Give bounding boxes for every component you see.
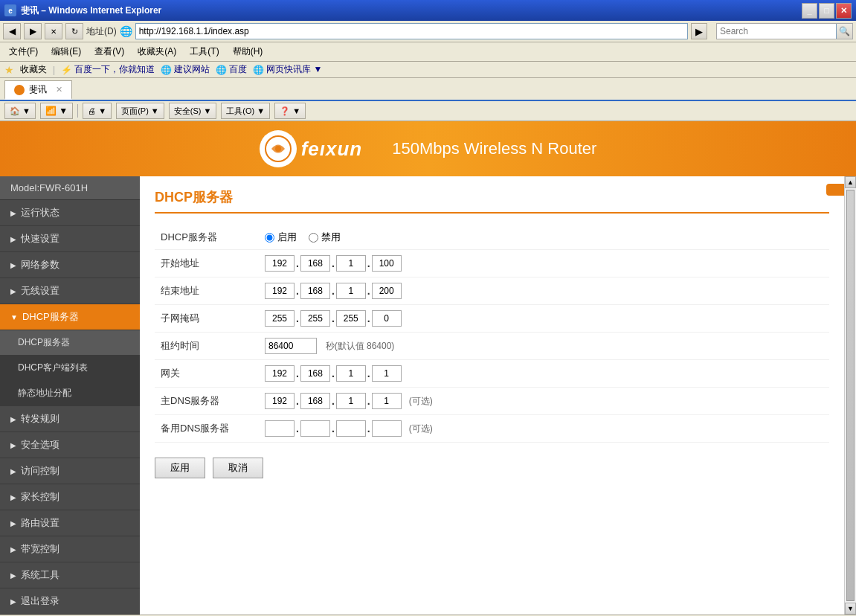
menu-edit[interactable]: 编辑(E) bbox=[45, 44, 87, 60]
fav-baidu2[interactable]: 🌐百度 bbox=[216, 63, 247, 76]
dot3: . bbox=[367, 395, 370, 407]
end-ip-4[interactable] bbox=[372, 283, 402, 299]
menu-tools[interactable]: 工具(T) bbox=[184, 44, 225, 60]
sidebar-item-parental[interactable]: ▶ 家长控制 bbox=[0, 484, 140, 510]
toolbar-left: 🏠 ▼ 📶 ▼ 🖨 ▼ 页面(P) ▼ 安全(S) ▼ 工具(O) ▼ ❓ ▼ bbox=[4, 103, 306, 119]
side-tab[interactable]: 工具箱 bbox=[826, 184, 844, 196]
sidebar-subitem-dhcp-clients[interactable]: DHCP客户端列表 bbox=[0, 356, 140, 381]
disable-label: 禁用 bbox=[321, 231, 341, 244]
router-page: feıxun 150Mbps Wireless N Router Model:F… bbox=[0, 121, 856, 615]
print-button[interactable]: 🖨 ▼ bbox=[83, 103, 112, 119]
fav-baidu1[interactable]: ⚡百度一下，你就知道 bbox=[61, 63, 155, 76]
end-ip-2[interactable] bbox=[300, 283, 330, 299]
radio-enable[interactable]: 启用 bbox=[265, 231, 297, 244]
apply-button[interactable]: 应用 bbox=[155, 458, 205, 478]
start-ip-4[interactable] bbox=[372, 255, 402, 272]
tools-button[interactable]: 工具(O) ▼ bbox=[221, 103, 270, 119]
end-ip-3[interactable] bbox=[336, 283, 366, 299]
scroll-up-button[interactable]: ▲ bbox=[845, 176, 856, 188]
backup-dns-hint: (可选) bbox=[409, 423, 433, 435]
start-ip-3[interactable] bbox=[336, 255, 366, 272]
start-ip-2[interactable] bbox=[300, 255, 330, 272]
dns1-4[interactable] bbox=[372, 393, 402, 409]
back-button[interactable]: ◀ bbox=[3, 23, 21, 39]
arrow-icon: ▶ bbox=[10, 467, 16, 475]
dns2-1[interactable] bbox=[265, 420, 295, 437]
dns1-1[interactable] bbox=[265, 393, 295, 409]
sidebar-item-access[interactable]: ▶ 访问控制 bbox=[0, 458, 140, 484]
menu-view[interactable]: 查看(V) bbox=[89, 44, 130, 60]
sidebar-label-bandwidth: 带宽控制 bbox=[21, 542, 59, 556]
sidebar-label-routing: 路由设置 bbox=[21, 516, 59, 530]
dot3: . bbox=[367, 312, 370, 324]
tab-bar: 斐讯 ✕ bbox=[0, 78, 856, 101]
label-dhcp-server: DHCP服务器 bbox=[155, 225, 259, 250]
gw-1[interactable] bbox=[265, 365, 295, 382]
sidebar-item-routing[interactable]: ▶ 路由设置 bbox=[0, 510, 140, 536]
radio-disable-input[interactable] bbox=[309, 233, 318, 243]
sidebar-item-systools[interactable]: ▶ 系统工具 bbox=[0, 562, 140, 588]
cancel-button[interactable]: 取消 bbox=[213, 458, 263, 478]
gw-3[interactable] bbox=[336, 365, 366, 382]
subnet-1[interactable] bbox=[265, 310, 295, 327]
menu-favorites[interactable]: 收藏夹(A) bbox=[132, 44, 182, 60]
go-button[interactable]: ▶ bbox=[691, 23, 707, 39]
dns2-2[interactable] bbox=[300, 420, 330, 437]
arrow-icon: ▼ bbox=[10, 313, 18, 321]
tab-close[interactable]: ✕ bbox=[56, 85, 62, 94]
subnet-2[interactable] bbox=[300, 310, 330, 327]
dns2-4[interactable] bbox=[372, 420, 402, 437]
label-primary-dns: 主DNS服务器 bbox=[155, 388, 259, 415]
sidebar-item-logout[interactable]: ▶ 退出登录 bbox=[0, 588, 140, 615]
help-button[interactable]: ❓ ▼ bbox=[274, 103, 306, 119]
rss-button[interactable]: 📶 ▼ bbox=[40, 103, 73, 119]
dns1-2[interactable] bbox=[300, 393, 330, 409]
start-ip-1[interactable] bbox=[265, 255, 295, 272]
scroll-down-button[interactable]: ▼ bbox=[845, 603, 856, 615]
sidebar-item-wireless[interactable]: ▶ 无线设置 bbox=[0, 278, 140, 304]
lease-input[interactable] bbox=[265, 338, 317, 354]
end-ip-1[interactable] bbox=[265, 283, 295, 299]
dns1-3[interactable] bbox=[336, 393, 366, 409]
maximize-button[interactable]: □ bbox=[819, 3, 834, 19]
sidebar-item-bandwidth[interactable]: ▶ 带宽控制 bbox=[0, 536, 140, 562]
security-button[interactable]: 安全(S) ▼ bbox=[169, 103, 217, 119]
gw-4[interactable] bbox=[372, 365, 402, 382]
forward-button[interactable]: ▶ bbox=[24, 23, 42, 39]
subnet-4[interactable] bbox=[372, 310, 402, 327]
dhcp-form-table: DHCP服务器 启用 禁用 bbox=[155, 225, 829, 443]
minimize-button[interactable]: _ bbox=[802, 3, 817, 19]
scroll-thumb[interactable] bbox=[846, 190, 855, 601]
sidebar-subitem-static[interactable]: 静态地址分配 bbox=[0, 381, 140, 406]
dot1: . bbox=[296, 257, 299, 269]
home-button[interactable]: 🏠 ▼ bbox=[4, 103, 36, 119]
subnet-3[interactable] bbox=[336, 310, 366, 327]
sidebar-item-status[interactable]: ▶ 运行状态 bbox=[0, 200, 140, 226]
sidebar-item-dhcp[interactable]: ▼ DHCP服务器 bbox=[0, 304, 140, 330]
stop-button[interactable]: ✕ bbox=[45, 23, 62, 39]
menu-help[interactable]: 帮助(H) bbox=[227, 44, 269, 60]
radio-enable-input[interactable] bbox=[265, 233, 274, 243]
address-input[interactable] bbox=[135, 23, 688, 39]
page-button[interactable]: 页面(P) ▼ bbox=[116, 103, 164, 119]
search-button[interactable]: 🔍 bbox=[836, 24, 852, 39]
close-button[interactable]: ✕ bbox=[836, 3, 852, 19]
sidebar-item-security[interactable]: ▶ 安全选项 bbox=[0, 432, 140, 458]
dot3: . bbox=[367, 423, 370, 434]
search-input[interactable] bbox=[717, 24, 836, 39]
gw-2[interactable] bbox=[300, 365, 330, 382]
radio-disable[interactable]: 禁用 bbox=[309, 231, 341, 244]
favorites-star: ★ bbox=[4, 64, 14, 76]
favorites-label: 收藏夹 bbox=[20, 63, 47, 76]
refresh-button[interactable]: ↻ bbox=[65, 23, 83, 39]
sidebar-item-network[interactable]: ▶ 网络参数 bbox=[0, 252, 140, 278]
sidebar-item-quickset[interactable]: ▶ 快速设置 bbox=[0, 226, 140, 252]
tab-main[interactable]: 斐讯 ✕ bbox=[4, 80, 72, 100]
sidebar-item-forward[interactable]: ▶ 转发规则 bbox=[0, 406, 140, 432]
favorites-bar: ★ 收藏夹 | ⚡百度一下，你就知道 🌐建议网站 🌐百度 🌐网页快讯库 ▼ bbox=[0, 62, 856, 78]
fav-express[interactable]: 🌐网页快讯库 ▼ bbox=[253, 63, 322, 76]
fav-suggest[interactable]: 🌐建议网站 bbox=[161, 63, 210, 76]
menu-file[interactable]: 文件(F) bbox=[3, 44, 44, 60]
dns2-3[interactable] bbox=[336, 420, 366, 437]
sidebar-subitem-dhcp-server[interactable]: DHCP服务器 bbox=[0, 330, 140, 356]
